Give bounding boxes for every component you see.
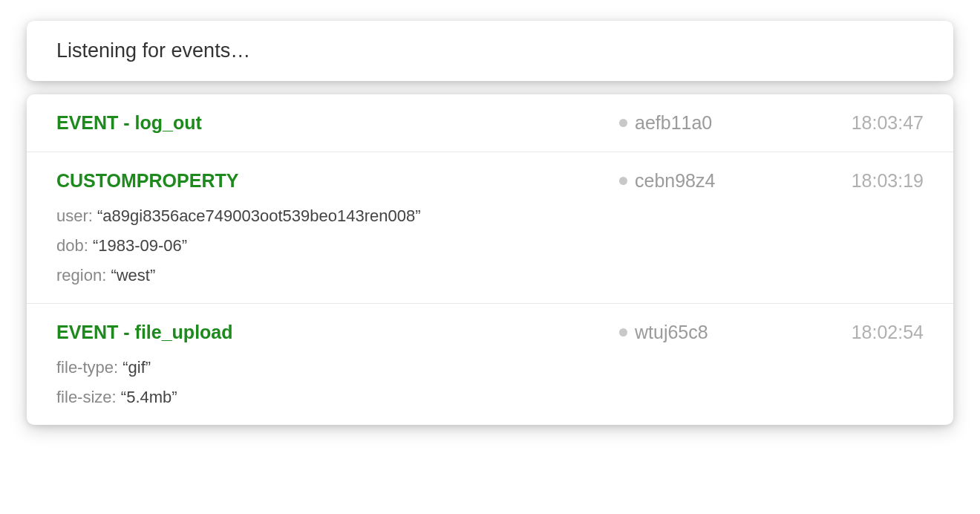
event-header: CUSTOMPROPERTY cebn98z4 18:03:19 [56, 170, 924, 192]
event-id: wtuj65c8 [635, 322, 708, 343]
property-line: dob: “1983-09-06” [56, 236, 924, 256]
event-id: aefb11a0 [635, 112, 712, 134]
property-value: “1983-09-06” [93, 236, 187, 255]
event-time: 18:02:54 [842, 322, 924, 343]
event-id-wrap: cebn98z4 [619, 170, 753, 192]
event-id: cebn98z4 [635, 170, 715, 192]
event-id-wrap: aefb11a0 [619, 112, 753, 134]
event-meta: wtuj65c8 18:02:54 [619, 322, 924, 343]
event-header: EVENT - file_upload wtuj65c8 18:02:54 [56, 322, 924, 343]
event-row[interactable]: EVENT - file_upload wtuj65c8 18:02:54 fi… [27, 304, 953, 425]
property-value: “5.4mb” [121, 388, 177, 406]
event-meta: aefb11a0 18:03:47 [619, 112, 924, 134]
event-time: 18:03:47 [842, 112, 924, 134]
event-title: EVENT - file_upload [56, 322, 619, 343]
status-dot-icon [619, 328, 627, 336]
status-dot-icon [619, 177, 627, 185]
event-meta: cebn98z4 18:03:19 [619, 170, 924, 192]
status-dot-icon [619, 119, 627, 127]
event-properties: user: “a89gi8356ace749003oot539beo143ren… [56, 206, 924, 285]
property-line: region: “west” [56, 266, 924, 285]
property-line: user: “a89gi8356ace749003oot539beo143ren… [56, 206, 924, 226]
property-value: “gif” [122, 358, 151, 377]
property-value: “west” [111, 266, 155, 284]
event-properties: file-type: “gif” file-size: “5.4mb” [56, 358, 924, 407]
listener-title: Listening for events… [56, 39, 250, 62]
event-row[interactable]: CUSTOMPROPERTY cebn98z4 18:03:19 user: “… [27, 152, 953, 304]
event-title: CUSTOMPROPERTY [56, 170, 619, 192]
event-row[interactable]: EVENT - log_out aefb11a0 18:03:47 [27, 94, 953, 152]
events-panel: EVENT - log_out aefb11a0 18:03:47 CUSTOM… [27, 94, 953, 425]
property-value: “a89gi8356ace749003oot539beo143ren008” [97, 206, 421, 225]
property-key: user: [56, 206, 97, 225]
event-id-wrap: wtuj65c8 [619, 322, 753, 343]
event-title: EVENT - log_out [56, 112, 619, 134]
property-line: file-size: “5.4mb” [56, 388, 924, 407]
property-key: file-type: [56, 358, 122, 377]
property-key: region: [56, 266, 111, 284]
property-line: file-type: “gif” [56, 358, 924, 377]
property-key: dob: [56, 236, 93, 255]
event-header: EVENT - log_out aefb11a0 18:03:47 [56, 112, 924, 134]
event-time: 18:03:19 [842, 170, 924, 192]
listener-header-panel: Listening for events… [27, 21, 953, 81]
property-key: file-size: [56, 388, 121, 406]
